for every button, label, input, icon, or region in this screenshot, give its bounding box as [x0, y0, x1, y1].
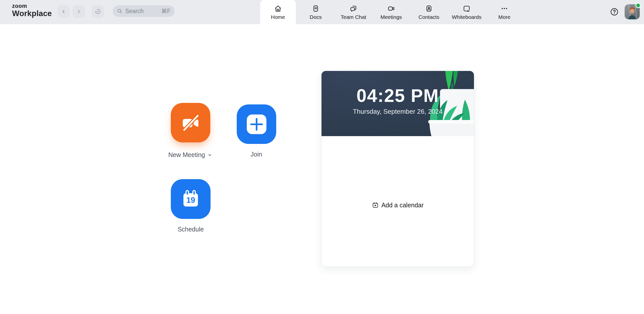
tab-meetings[interactable]: Meetings	[373, 0, 409, 24]
tab-contacts-label: Contacts	[419, 14, 439, 20]
contacts-icon	[425, 4, 433, 13]
user-avatar[interactable]	[625, 4, 640, 19]
calendar-19-icon: 19	[179, 187, 203, 211]
new-meeting-button[interactable]	[171, 103, 210, 142]
tab-home-label: Home	[271, 14, 285, 20]
docs-icon	[311, 4, 320, 13]
top-bar: zoom Workplace Search	[0, 0, 644, 24]
search-icon	[117, 8, 123, 14]
app-logo: zoom Workplace	[12, 3, 52, 17]
tab-team-chat[interactable]: Team Chat	[336, 0, 371, 24]
add-calendar-button[interactable]: Add a calendar	[372, 202, 424, 209]
chevron-right-icon	[75, 8, 82, 15]
tab-more-label: More	[498, 14, 510, 20]
join-label: Join	[216, 151, 297, 158]
schedule-label-text: Schedule	[178, 226, 204, 233]
schedule-button[interactable]: 19	[171, 179, 211, 219]
tab-meetings-label: Meetings	[380, 14, 402, 20]
logo-product: Workplace	[12, 10, 52, 17]
tab-home[interactable]: Home	[260, 0, 296, 24]
clock-hero: 04:25 PM Thursday, September 26, 2024	[321, 71, 474, 136]
join-plus-icon	[247, 114, 266, 134]
join-label-text: Join	[251, 151, 262, 158]
clock-date: Thursday, September 26, 2024	[353, 108, 443, 115]
schedule-label: Schedule	[150, 226, 231, 233]
online-status-dot	[635, 3, 641, 8]
search-shortcut: ⌘F	[161, 8, 171, 15]
new-meeting-label-text: New Meeting	[168, 151, 205, 159]
video-camera-off-icon	[179, 111, 202, 134]
main-tabs: Home Docs Team Chat	[259, 0, 523, 24]
calendar-plus-icon	[372, 202, 379, 209]
back-button[interactable]	[57, 5, 70, 18]
tab-team-chat-label: Team Chat	[341, 14, 366, 20]
chevron-down-icon	[207, 152, 213, 158]
search-input[interactable]: Search ⌘F	[113, 5, 175, 17]
home-icon	[274, 4, 282, 13]
logo-brand: zoom	[12, 3, 52, 9]
tab-whiteboards-label: Whiteboards	[452, 14, 481, 20]
more-ellipsis-icon	[500, 4, 509, 13]
add-calendar-label: Add a calendar	[381, 202, 424, 209]
join-button[interactable]	[237, 104, 276, 144]
calendar-day-number: 19	[186, 195, 195, 205]
tab-docs[interactable]: Docs	[298, 0, 334, 24]
tab-contacts[interactable]: Contacts	[411, 0, 447, 24]
help-question-icon	[610, 8, 619, 16]
meetings-video-icon	[387, 4, 395, 13]
calendar-card: 04:25 PM Thursday, September 26, 2024 Ad…	[321, 71, 474, 267]
calendar-card-body: Add a calendar	[321, 136, 474, 267]
help-button[interactable]	[610, 7, 619, 16]
history-clock-icon	[94, 8, 102, 15]
tab-docs-label: Docs	[310, 14, 322, 20]
clock-time: 04:25 PM	[356, 86, 439, 106]
forward-button[interactable]	[72, 5, 85, 18]
team-chat-icon	[349, 4, 358, 13]
search-placeholder: Search	[125, 8, 161, 15]
tab-more[interactable]: More	[487, 0, 522, 24]
zoom-workplace-home: zoom Workplace Search	[0, 0, 644, 314]
history-button[interactable]	[92, 5, 104, 18]
tab-whiteboards[interactable]: Whiteboards	[449, 0, 485, 24]
chevron-left-icon	[60, 8, 67, 15]
whiteboards-icon	[462, 4, 471, 13]
